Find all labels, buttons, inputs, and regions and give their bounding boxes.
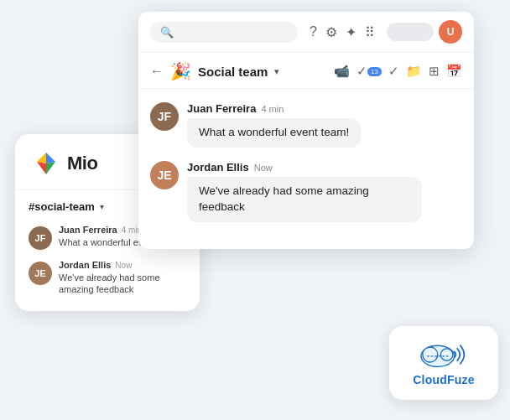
- user-avatar[interactable]: U: [439, 20, 462, 44]
- avatar-jordan-gchat: JE: [150, 161, 179, 189]
- calendar-icon[interactable]: 📅: [446, 64, 462, 79]
- grid-icon[interactable]: ⊞: [429, 64, 440, 79]
- tasks-icon[interactable]: ✓13: [356, 64, 382, 79]
- channel-chevron-icon[interactable]: ▾: [100, 202, 104, 211]
- gchat-msg2-time: Now: [254, 163, 273, 173]
- mio-brand-name: Mio: [67, 153, 97, 174]
- mio-msg2-text: We've already had some amazing feedback: [59, 272, 186, 296]
- mio-msg1-sender: Juan Ferreira: [59, 225, 117, 235]
- gchat-msg2-bubble: We've already had some amazing feedback: [187, 177, 422, 222]
- mio-message-2: JE Jordan Ellis Now We've already had so…: [15, 255, 200, 301]
- gchat-topbar: 🔍 ? ⚙ ✦ ⠿ U: [138, 12, 474, 53]
- svg-point-6: [423, 347, 438, 362]
- gchat-msg1-text: What a wonderful event team!: [199, 126, 349, 138]
- gchat-msg1-time: 4 min: [261, 104, 284, 114]
- svg-marker-3: [37, 153, 46, 163]
- gchat-msg2-sender: Jordan Ellis: [187, 161, 249, 174]
- gchat-msg-1: JF Juan Ferreira 4 min What a wonderful …: [150, 102, 462, 148]
- gchat-panel: 🔍 ? ⚙ ✦ ⠿ U ← 🎉 Social team ▾ 📹 ✓13 ✓ 📁 …: [138, 12, 474, 249]
- help-icon[interactable]: ?: [310, 24, 317, 39]
- svg-point-7: [440, 349, 452, 360]
- mio-gem-icon: [32, 149, 60, 178]
- avatar-juan-mio: JF: [29, 226, 52, 250]
- gchat-messages: JF Juan Ferreira 4 min What a wonderful …: [138, 89, 474, 249]
- gchat-msg1-bubble: What a wonderful event team!: [187, 118, 361, 148]
- search-icon: 🔍: [160, 26, 174, 39]
- gchat-msg-2: JE Jordan Ellis Now We've already had so…: [150, 161, 462, 222]
- cloudfuze-logo-icon: [414, 340, 474, 370]
- cloudfuze-badge: CloudFuze: [389, 326, 498, 400]
- svg-marker-1: [46, 153, 55, 163]
- back-button[interactable]: ←: [150, 64, 164, 79]
- svg-marker-4: [37, 162, 46, 174]
- sparkle-icon[interactable]: ✦: [346, 24, 356, 40]
- mio-msg2-time: Now: [115, 261, 132, 270]
- folder-icon[interactable]: 📁: [406, 64, 422, 79]
- settings-icon[interactable]: ⚙: [325, 24, 337, 40]
- search-box[interactable]: 🔍: [150, 22, 298, 43]
- video-icon[interactable]: 📹: [334, 64, 350, 79]
- topbar-icons: ? ⚙ ✦ ⠿: [310, 24, 375, 40]
- channel-dropdown-icon[interactable]: ▾: [274, 66, 279, 77]
- channel-emoji: 🎉: [170, 61, 191, 81]
- avatar-jordan-mio: JE: [29, 262, 52, 285]
- mio-msg2-sender: Jordan Ellis: [59, 260, 111, 270]
- gchat-msg2-text: We've already had some amazing feedback: [199, 184, 369, 213]
- user-area: U: [387, 20, 462, 44]
- mio-channel-name: #social-team: [29, 200, 95, 213]
- search-input[interactable]: [179, 26, 288, 38]
- channel-title: Social team: [198, 65, 268, 79]
- badge-count: 13: [367, 67, 382, 76]
- svg-marker-2: [46, 162, 55, 174]
- check-icon[interactable]: ✓: [388, 64, 399, 79]
- cloudfuze-name: CloudFuze: [413, 373, 474, 386]
- gchat-msg1-sender: Juan Ferreira: [187, 102, 256, 115]
- avatar-juan-gchat: JF: [150, 102, 179, 131]
- apps-icon[interactable]: ⠿: [365, 24, 375, 40]
- channel-actions: 📹 ✓13 ✓ 📁 ⊞ 📅: [334, 64, 462, 79]
- gchat-channel-bar: ← 🎉 Social team ▾ 📹 ✓13 ✓ 📁 ⊞ 📅: [138, 53, 474, 89]
- user-pill[interactable]: [387, 23, 434, 41]
